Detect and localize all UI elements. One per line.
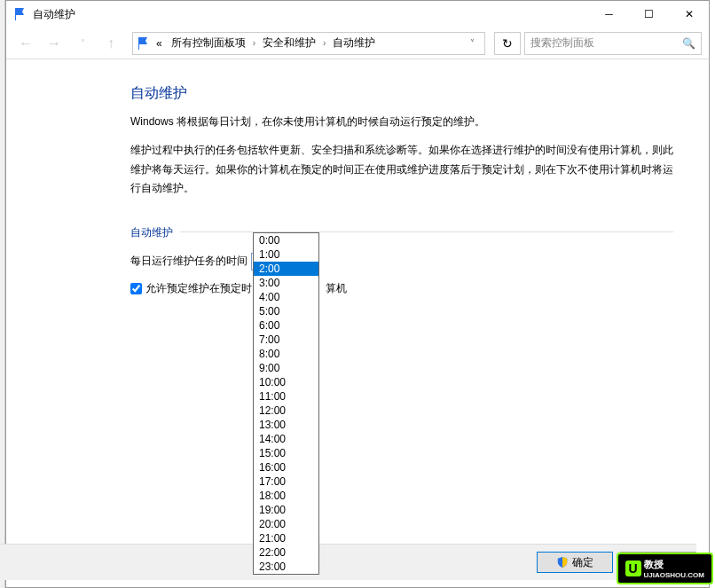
- time-dropdown-list[interactable]: 0:001:002:003:004:005:006:007:008:009:00…: [253, 232, 319, 575]
- dropdown-option[interactable]: 3:00: [254, 276, 318, 290]
- close-button[interactable]: ✕: [669, 1, 709, 27]
- time-row: 每日运行维护任务的时间 2:00 ▾: [130, 253, 673, 270]
- minimize-button[interactable]: ─: [589, 1, 629, 27]
- ok-button[interactable]: 确定: [537, 552, 613, 573]
- up-button[interactable]: ↑: [98, 31, 123, 56]
- dropdown-option[interactable]: 16:00: [254, 460, 318, 474]
- toolbar: ← → ˅ ↑ « 所有控制面板项 › 安全和维护 › 自动维护 ˅ ↻ 搜索控…: [6, 27, 709, 59]
- section-label: 自动维护: [130, 226, 173, 239]
- wake-checkbox-row: 允许预定维护在预定时 算机: [130, 281, 673, 296]
- content-area: 自动维护 Windows 将根据每日计划，在你未使用计算机的时候自动运行预定的维…: [6, 59, 709, 296]
- dropdown-option[interactable]: 19:00: [254, 503, 318, 517]
- dropdown-option[interactable]: 17:00: [254, 474, 318, 489]
- dropdown-option[interactable]: 22:00: [254, 545, 318, 560]
- window-frame: 自动维护 ─ ☐ ✕ ← → ˅ ↑ « 所有控制面板项 › 安全和维护 › 自…: [5, 0, 710, 588]
- description-2: 维护过程中执行的任务包括软件更新、安全扫描和系统诊断等。如果你在选择进行维护的时…: [130, 141, 673, 199]
- time-label: 每日运行维护任务的时间: [130, 254, 248, 269]
- breadcrumb-item-0[interactable]: 所有控制面板项: [168, 35, 249, 51]
- dropdown-option[interactable]: 8:00: [254, 347, 318, 361]
- watermark: U 教授 UJIAOSHOU.COM: [617, 553, 713, 584]
- shield-icon: [556, 556, 569, 568]
- maximize-button[interactable]: ☐: [629, 1, 669, 27]
- dropdown-option[interactable]: 2:00: [254, 262, 318, 276]
- dropdown-option[interactable]: 10:00: [254, 375, 318, 389]
- dropdown-option[interactable]: 6:00: [254, 318, 318, 333]
- forward-button[interactable]: →: [42, 31, 67, 56]
- breadcrumb-prefix[interactable]: «: [153, 37, 166, 50]
- dropdown-option[interactable]: 18:00: [254, 489, 318, 503]
- dropdown-option[interactable]: 12:00: [254, 404, 318, 418]
- dropdown-option[interactable]: 9:00: [254, 361, 318, 375]
- wake-checkbox[interactable]: [130, 283, 142, 294]
- dropdown-option[interactable]: 21:00: [254, 531, 318, 545]
- breadcrumb-item-1[interactable]: 安全和维护: [259, 35, 319, 51]
- ok-label: 确定: [572, 555, 593, 570]
- recent-dropdown[interactable]: ˅: [70, 31, 95, 56]
- back-button[interactable]: ←: [13, 31, 38, 56]
- dropdown-option[interactable]: 14:00: [254, 432, 318, 446]
- breadcrumb-dropdown-icon[interactable]: ˅: [463, 38, 481, 48]
- breadcrumb-separator: ›: [321, 38, 327, 48]
- dropdown-option[interactable]: 15:00: [254, 446, 318, 460]
- search-icon: 🔍: [682, 37, 695, 50]
- watermark-u-icon: U: [625, 561, 641, 576]
- dropdown-option[interactable]: 13:00: [254, 418, 318, 432]
- window-title: 自动维护: [33, 7, 75, 22]
- checkbox-label-after: 算机: [326, 281, 347, 296]
- breadcrumb[interactable]: « 所有控制面板项 › 安全和维护 › 自动维护 ˅: [132, 32, 485, 55]
- watermark-sub: UJIAOSHOU.COM: [644, 571, 704, 579]
- dropdown-option[interactable]: 0:00: [254, 233, 318, 247]
- dropdown-option[interactable]: 11:00: [254, 389, 318, 404]
- page-title: 自动维护: [130, 84, 673, 103]
- dropdown-option[interactable]: 5:00: [254, 304, 318, 318]
- refresh-button[interactable]: ↻: [494, 32, 521, 55]
- dropdown-option[interactable]: 7:00: [254, 333, 318, 347]
- flag-icon: [13, 7, 28, 21]
- titlebar: 自动维护 ─ ☐ ✕: [6, 1, 709, 27]
- breadcrumb-separator: ›: [251, 38, 257, 48]
- search-placeholder: 搜索控制面板: [530, 35, 594, 51]
- dropdown-option[interactable]: 1:00: [254, 247, 318, 262]
- watermark-text: 教授: [644, 558, 704, 571]
- flag-icon-small: [137, 36, 151, 51]
- dropdown-option[interactable]: 23:00: [254, 560, 318, 574]
- dropdown-option[interactable]: 4:00: [254, 290, 318, 304]
- breadcrumb-item-2[interactable]: 自动维护: [329, 35, 379, 51]
- description-1: Windows 将根据每日计划，在你未使用计算机的时候自动运行预定的维护。: [130, 114, 673, 130]
- dropdown-option[interactable]: 20:00: [254, 517, 318, 531]
- button-bar: 确定 取消: [0, 544, 696, 580]
- checkbox-label-before: 允许预定维护在预定时: [145, 281, 252, 296]
- search-input[interactable]: 搜索控制面板 🔍: [524, 32, 702, 55]
